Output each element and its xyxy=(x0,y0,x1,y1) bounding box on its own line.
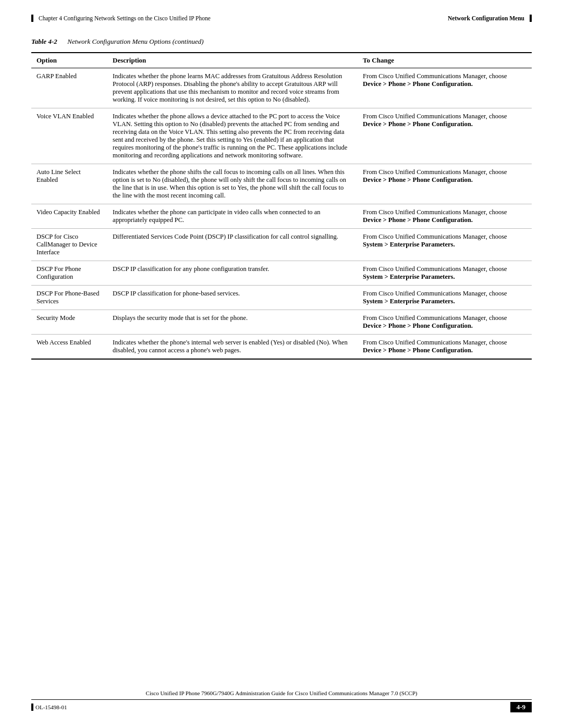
table-cell-option: Web Access Enabled xyxy=(31,335,107,360)
table-row: Video Capacity EnabledIndicates whether … xyxy=(31,204,532,229)
table-cell-description: Indicates whether the phone allows a dev… xyxy=(107,108,358,164)
table-cell-to-change: From Cisco Unified Communications Manage… xyxy=(358,204,532,229)
page-header: Chapter 4 Configuring Network Settings o… xyxy=(0,0,563,27)
page: Chapter 4 Configuring Network Settings o… xyxy=(0,0,563,728)
table-cell-to-change: From Cisco Unified Communications Manage… xyxy=(358,261,532,286)
table-cell-option: Video Capacity Enabled xyxy=(31,204,107,229)
table-cell-description: Indicates whether the phone's internal w… xyxy=(107,335,358,360)
table-row: GARP EnabledIndicates whether the phone … xyxy=(31,68,532,108)
table-row: Security ModeDisplays the security mode … xyxy=(31,310,532,335)
header-right: Network Configuration Menu xyxy=(448,15,532,22)
header-right-text: Network Configuration Menu xyxy=(448,15,524,21)
table-cell-option: Voice VLAN Enabled xyxy=(31,108,107,164)
table-cell-option: GARP Enabled xyxy=(31,68,107,108)
table-cell-to-change: From Cisco Unified Communications Manage… xyxy=(358,310,532,335)
table-cell-description: DSCP IP classification for any phone con… xyxy=(107,261,358,286)
header-left: Chapter 4 Configuring Network Settings o… xyxy=(31,15,211,22)
footer-bottom: OL-15498-01 4-9 xyxy=(31,699,532,712)
table-row: Web Access EnabledIndicates whether the … xyxy=(31,335,532,360)
main-table: Option Description To Change GARP Enable… xyxy=(31,52,532,360)
table-row: Auto Line Select EnabledIndicates whethe… xyxy=(31,164,532,204)
table-cell-description: Indicates whether the phone shifts the c… xyxy=(107,164,358,204)
table-cell-option: Auto Line Select Enabled xyxy=(31,164,107,204)
table-cell-description: DSCP IP classification for phone-based s… xyxy=(107,286,358,310)
table-cell-description: Displays the security mode that is set f… xyxy=(107,310,358,335)
table-cell-option: Security Mode xyxy=(31,310,107,335)
table-cell-option: DSCP For Phone-Based Services xyxy=(31,286,107,310)
col-header-to-change: To Change xyxy=(358,53,532,68)
table-caption-title: Network Configuration Menu Options (cont… xyxy=(67,38,203,45)
footer-left-text: OL-15498-01 xyxy=(35,704,67,710)
table-cell-description: Differentiated Services Code Point (DSCP… xyxy=(107,229,358,261)
footer-center: Cisco Unified IP Phone 7960G/7940G Admin… xyxy=(31,690,532,696)
header-bar-right xyxy=(530,15,532,22)
table-cell-to-change: From Cisco Unified Communications Manage… xyxy=(358,335,532,360)
table-header-row: Option Description To Change xyxy=(31,53,532,68)
col-header-description: Description xyxy=(107,53,358,68)
table-cell-description: Indicates whether the phone learns MAC a… xyxy=(107,68,358,108)
table-caption-space xyxy=(59,38,66,45)
table-cell-description: Indicates whether the phone can particip… xyxy=(107,204,358,229)
table-caption-label: Table 4-2 xyxy=(31,38,57,45)
table-cell-to-change: From Cisco Unified Communications Manage… xyxy=(358,108,532,164)
header-bar-left xyxy=(31,15,33,22)
header-left-text: Chapter 4 Configuring Network Settings o… xyxy=(39,15,211,21)
table-cell-to-change: From Cisco Unified Communications Manage… xyxy=(358,286,532,310)
table-cell-option: DSCP for Cisco CallManager to Device Int… xyxy=(31,229,107,261)
table-row: DSCP For Phone ConfigurationDSCP IP clas… xyxy=(31,261,532,286)
footer-bar-left xyxy=(31,704,33,711)
page-footer: Cisco Unified IP Phone 7960G/7940G Admin… xyxy=(0,690,563,712)
table-cell-to-change: From Cisco Unified Communications Manage… xyxy=(358,229,532,261)
table-row: DSCP for Cisco CallManager to Device Int… xyxy=(31,229,532,261)
footer-center-text: Cisco Unified IP Phone 7960G/7940G Admin… xyxy=(146,690,418,696)
footer-left: OL-15498-01 xyxy=(31,704,67,711)
table-row: DSCP For Phone-Based ServicesDSCP IP cla… xyxy=(31,286,532,310)
table-cell-to-change: From Cisco Unified Communications Manage… xyxy=(358,164,532,204)
table-cell-to-change: From Cisco Unified Communications Manage… xyxy=(358,68,532,108)
table-cell-option: DSCP For Phone Configuration xyxy=(31,261,107,286)
main-content: Table 4-2 Network Configuration Menu Opt… xyxy=(0,27,563,391)
table-row: Voice VLAN EnabledIndicates whether the … xyxy=(31,108,532,164)
table-caption: Table 4-2 Network Configuration Menu Opt… xyxy=(31,38,532,46)
footer-page-number: 4-9 xyxy=(510,702,532,712)
col-header-option: Option xyxy=(31,53,107,68)
